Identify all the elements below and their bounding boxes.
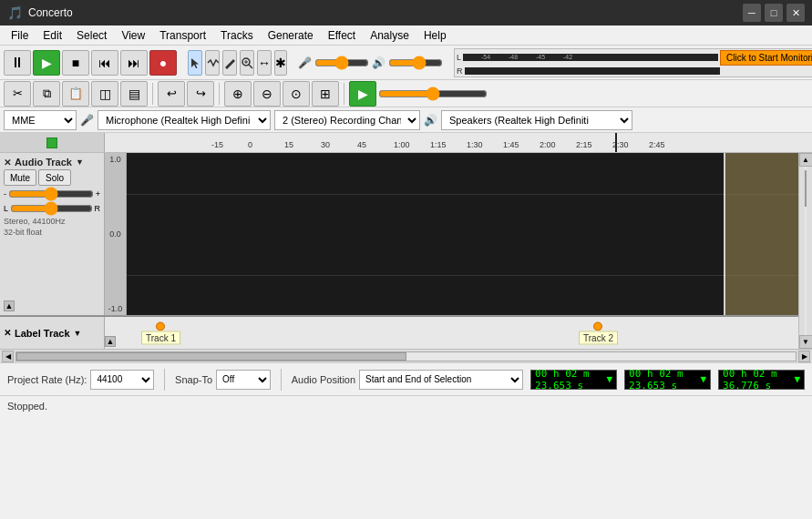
stop-button[interactable]: ■: [62, 50, 89, 76]
minimize-button[interactable]: ─: [743, 4, 761, 22]
output-vol-icon: 🔊: [372, 56, 385, 69]
pan-slider[interactable]: [10, 202, 92, 215]
channels-select[interactable]: 2 (Stereo) Recording Channels: [274, 110, 420, 130]
vscroll-up[interactable]: ▲: [799, 153, 813, 167]
menu-view[interactable]: View: [114, 27, 152, 44]
cursor-line: [724, 153, 725, 315]
zoom-icon: [241, 56, 253, 69]
pencil-tool-button[interactable]: [222, 50, 237, 76]
pan-slider-row: L R: [4, 202, 100, 215]
label-track-collapse[interactable]: ▲: [105, 336, 116, 347]
menu-file[interactable]: File: [4, 27, 36, 44]
paste-button[interactable]: 📋: [62, 81, 89, 107]
multi-tool-button[interactable]: ✱: [274, 50, 287, 76]
statusbar: Stopped.: [0, 395, 812, 415]
play-speed-button[interactable]: ▶: [349, 81, 376, 107]
menu-select[interactable]: Select: [69, 27, 114, 44]
hscroll-right[interactable]: ▶: [798, 351, 810, 362]
zoom-fit-button[interactable]: ⊞: [312, 81, 339, 107]
solo-button[interactable]: Solo: [38, 169, 71, 186]
hscroll-left[interactable]: ◀: [2, 351, 14, 362]
menu-analyse[interactable]: Analyse: [363, 27, 416, 44]
silence-button[interactable]: ▤: [120, 81, 148, 107]
output-volume-slider[interactable]: [388, 56, 443, 69]
zoom-sel-button[interactable]: ⊙: [283, 81, 310, 107]
vscroll-thumb[interactable]: [805, 170, 807, 207]
undo-button[interactable]: ↩: [158, 81, 185, 107]
titlebar-controls: ─ □ ✕: [743, 4, 805, 22]
record-button[interactable]: ●: [149, 50, 177, 76]
audio-track-collapse[interactable]: ▲: [4, 300, 15, 311]
menu-generate[interactable]: Generate: [261, 27, 321, 44]
time-display-1-dropdown[interactable]: ▼: [606, 373, 612, 385]
timeline-offset: [0, 133, 105, 152]
selection-mode-select[interactable]: Start and End of Selection: [359, 370, 523, 390]
maximize-button[interactable]: □: [765, 4, 783, 22]
scale-top: 1.0: [109, 155, 121, 164]
copy-button[interactable]: ⧉: [33, 81, 60, 107]
sep6: [344, 83, 344, 105]
audio-pos-label: Audio Position: [292, 374, 355, 385]
project-rate-select[interactable]: 44100: [90, 370, 154, 390]
audio-track-info: Stereo, 44100Hz 32-bit float: [4, 217, 100, 238]
input-device-select[interactable]: Microphone (Realtek High Defini: [98, 110, 271, 130]
play-speed-slider[interactable]: [378, 87, 488, 100]
label-track-close[interactable]: ✕: [4, 328, 11, 338]
audio-track-chevron[interactable]: ▼: [76, 158, 84, 167]
scale-line-top: [127, 194, 798, 195]
audio-track-title: Audio Track: [15, 157, 72, 168]
zoom-out-button[interactable]: ⊖: [253, 81, 281, 107]
zoom-in-button[interactable]: ⊕: [224, 81, 252, 107]
timeline: -15 0 15 30 45 1:00 1:15 1:30 1:45 2:00 …: [0, 133, 812, 153]
track-area: ✕ Audio Track ▼ Mute Solo - + L R: [0, 153, 798, 349]
timeshift-tool-button[interactable]: ↔: [257, 50, 272, 76]
envelope-tool-button[interactable]: [205, 50, 220, 76]
label-track-chevron[interactable]: ▼: [74, 329, 82, 338]
gain-min-label: -: [4, 189, 6, 198]
menu-edit[interactable]: Edit: [36, 27, 69, 44]
redo-button[interactable]: ↪: [187, 81, 214, 107]
scale-mid: 0.0: [109, 229, 121, 239]
audio-track-close[interactable]: ✕: [4, 158, 11, 168]
vscroll-down[interactable]: ▼: [799, 335, 813, 349]
pencil-icon: [223, 56, 236, 69]
waveform-display[interactable]: [127, 153, 798, 315]
menu-transport[interactable]: Transport: [152, 27, 213, 44]
project-rate-label: Project Rate (Hz):: [7, 374, 87, 385]
level-l-bar: -54 -48 -45 -42: [463, 54, 718, 61]
monitor-button[interactable]: Click to Start Monitoring: [720, 50, 812, 66]
cut-button[interactable]: ✂: [4, 81, 31, 107]
mute-button[interactable]: Mute: [4, 169, 36, 186]
pause-button[interactable]: ⏸: [4, 50, 31, 76]
audio-track-title-bar: ✕ Audio Track ▼: [4, 157, 100, 168]
play-button[interactable]: ▶: [33, 50, 60, 76]
app-title: Concerto: [28, 6, 73, 19]
hscroll-thumb[interactable]: [16, 352, 406, 361]
label-marker-track2: Track 2: [579, 321, 618, 344]
vscroll-track[interactable]: [805, 167, 807, 335]
trim-button[interactable]: ◫: [91, 81, 118, 107]
menu-tracks[interactable]: Tracks: [213, 27, 261, 44]
select-tool-button[interactable]: [188, 50, 202, 76]
time-display-3-dropdown[interactable]: ▼: [794, 373, 800, 385]
level-l-label: L: [457, 53, 461, 62]
mute-solo-row: Mute Solo: [4, 169, 100, 186]
input-volume-slider[interactable]: [314, 56, 369, 69]
scale-labels: 1.0 0.0 -1.0: [105, 153, 127, 315]
zoom-tool-button[interactable]: [240, 50, 254, 76]
hscroll-track[interactable]: [15, 351, 797, 361]
label-track-area[interactable]: Track 1 Track 2 ▲: [105, 317, 798, 349]
next-button[interactable]: ⏭: [120, 50, 148, 76]
output-device-select[interactable]: Speakers (Realtek High Definiti: [441, 110, 632, 130]
close-button[interactable]: ✕: [786, 4, 805, 22]
driver-select[interactable]: MME: [4, 110, 77, 130]
time-display-2-dropdown[interactable]: ▼: [700, 373, 706, 385]
gain-slider[interactable]: [8, 188, 94, 200]
menu-effect[interactable]: Effect: [321, 27, 363, 44]
sep4: [152, 83, 153, 105]
snap-to-select[interactable]: Off: [216, 370, 271, 390]
menu-help[interactable]: Help: [416, 27, 454, 44]
prev-button[interactable]: ⏮: [91, 50, 118, 76]
cursor-icon: [189, 56, 201, 69]
label-marker-track1: Track 1: [141, 321, 180, 344]
